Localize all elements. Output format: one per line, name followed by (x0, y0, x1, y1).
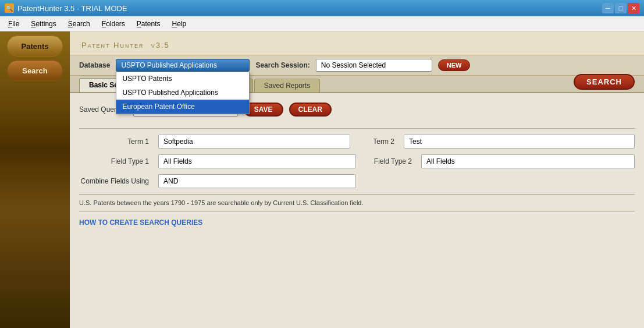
terms-row: Term 1 Term 2 (79, 135, 635, 149)
form-section: Term 1 Term 2 Field Type 1 All Fields Fi… (79, 135, 635, 188)
window-title: PatentHunter 3.5 - TRIAL MODE (17, 4, 127, 13)
divider-1 (79, 128, 635, 129)
menu-help[interactable]: Help (166, 18, 193, 30)
app-header: Patent Hunter v3.5 (70, 31, 644, 55)
search-button[interactable]: SEARCH (574, 74, 635, 90)
term2-label: Term 2 (360, 137, 394, 146)
combine-select[interactable]: AND OR (158, 174, 356, 188)
menu-file[interactable]: File (2, 18, 25, 30)
app-icon: 🔍 (5, 3, 14, 13)
field-type2-label: Field Type 2 (365, 157, 412, 165)
info-text: U.S. Patents between the years 1790 - 19… (79, 199, 635, 206)
database-select[interactable]: USPTO Published Applications (116, 59, 250, 72)
term1-input[interactable] (158, 135, 350, 149)
field-type1-label: Field Type 1 (79, 157, 149, 165)
content-area: Patent Hunter v3.5 Database USPTO Publis… (70, 31, 644, 328)
menu-folders[interactable]: Folders (96, 18, 131, 30)
database-dropdown[interactable]: USPTO Patents USPTO Published Applicatio… (116, 72, 250, 114)
field-types-row: Field Type 1 All Fields Field Type 2 All… (79, 154, 635, 168)
database-label: Database (79, 61, 110, 69)
dropdown-item-european[interactable]: European Patent Office (116, 100, 249, 114)
help-link[interactable]: HOW TO CREATE SEARCH QUERIES (79, 218, 635, 227)
sidebar-search-button[interactable]: Search (7, 60, 63, 81)
session-select[interactable]: No Session Selected (316, 59, 432, 72)
main-panel: Saved Queries: None SAVE CLEAR Term 1 Te… (70, 93, 644, 328)
dropdown-item-patents[interactable]: USPTO Patents (116, 72, 249, 86)
combine-label: Combine Fields Using (79, 177, 149, 185)
sidebar: Patents Search (0, 31, 70, 328)
combine-row: Combine Fields Using AND OR (79, 174, 635, 188)
term1-label: Term 1 (79, 137, 149, 146)
sidebar-forest-image (0, 83, 70, 328)
title-bar: 🔍 PatentHunter 3.5 - TRIAL MODE ─ □ ✕ (0, 0, 644, 16)
menu-search[interactable]: Search (62, 18, 96, 30)
close-button[interactable]: ✕ (628, 3, 639, 13)
dropdown-item-published[interactable]: USPTO Published Applications (116, 86, 249, 100)
sidebar-patents-button[interactable]: Patents (7, 36, 63, 57)
menu-bar: File Settings Search Folders Patents Hel… (0, 16, 644, 31)
field-type1-select[interactable]: All Fields (158, 154, 356, 168)
divider-2 (79, 194, 635, 195)
database-select-container: USPTO Published Applications USPTO Paten… (116, 59, 250, 72)
clear-button[interactable]: CLEAR (289, 103, 332, 117)
database-row: Database USPTO Published Applications US… (70, 55, 644, 76)
field-type2-select[interactable]: All Fields (421, 154, 635, 168)
menu-settings[interactable]: Settings (25, 18, 62, 30)
main-container: Patents Search Patent Hunter v3.5 Databa… (0, 31, 644, 328)
new-session-button[interactable]: NEW (438, 59, 471, 71)
maximize-button[interactable]: □ (615, 3, 627, 13)
app-title: Patent Hunter v3.5 (79, 36, 170, 51)
menu-patents[interactable]: Patents (131, 18, 166, 30)
divider-3 (79, 211, 635, 211)
session-label: Search Session: (255, 61, 309, 69)
term2-input[interactable] (404, 135, 635, 149)
minimize-button[interactable]: ─ (602, 3, 614, 13)
tab-saved-reports[interactable]: Saved Reports (254, 79, 320, 92)
